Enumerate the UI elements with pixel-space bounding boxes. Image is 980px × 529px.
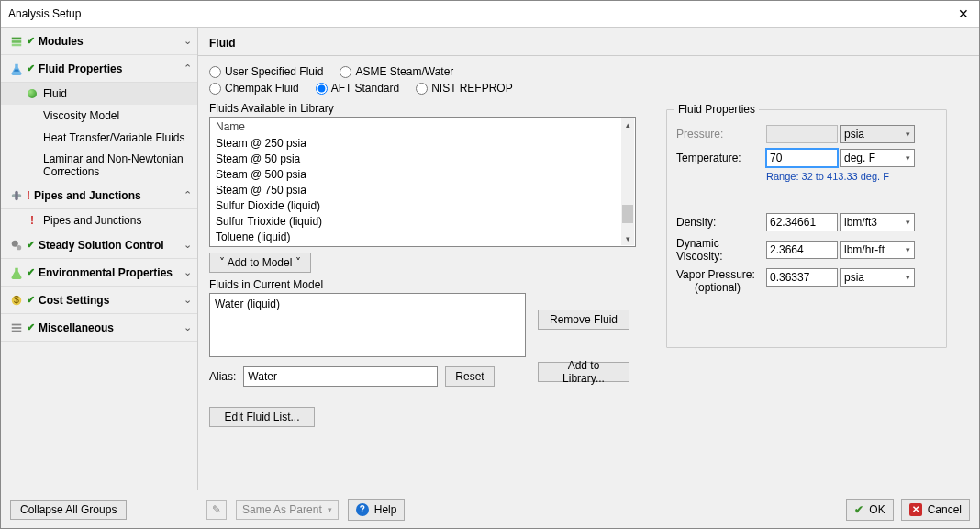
sidebar-item-label: Heat Transfer/Variable Fluids: [43, 131, 192, 144]
sidebar-label: Modules: [39, 35, 184, 48]
warning-icon: !: [27, 189, 30, 202]
density-input[interactable]: [766, 213, 838, 231]
flask-icon: [6, 62, 27, 75]
list-item[interactable]: Steam @ 250 psia: [210, 136, 621, 152]
library-listbox[interactable]: Name Steam @ 250 psia Steam @ 50 psia St…: [209, 117, 636, 247]
sidebar-header-pipes[interactable]: ! Pipes and Junctions ⌃: [1, 182, 197, 209]
sidebar-item-fluid[interactable]: Fluid: [1, 83, 197, 105]
list-item[interactable]: Steam @ 50 psia: [210, 152, 621, 167]
density-unit-select[interactable]: lbm/ft3▾: [840, 213, 915, 231]
collapse-all-button[interactable]: Collapse All Groups: [10, 500, 127, 520]
pressure-unit-select: psia▾: [840, 125, 915, 143]
list-item[interactable]: Toluene (liquid): [210, 230, 621, 245]
list-item[interactable]: Steam @ 500 psia: [210, 167, 621, 183]
radio-chempak[interactable]: Chempak Fluid: [209, 82, 299, 95]
scrollbar[interactable]: ▴ ▾: [621, 118, 634, 245]
svg-text:$: $: [14, 294, 19, 305]
scroll-thumb[interactable]: [622, 205, 633, 223]
viscosity-input[interactable]: [766, 241, 838, 259]
same-as-parent-select[interactable]: Same As Parent▾: [236, 500, 339, 520]
list-item[interactable]: Sulfur Trioxide (liquid): [210, 214, 621, 230]
sidebar-item-pipes[interactable]: ! Pipes and Junctions: [1, 209, 197, 231]
radio-asme[interactable]: ASME Steam/Water: [340, 65, 453, 78]
chevron-up-icon: ⌃: [184, 189, 192, 201]
list-item[interactable]: Water (liquid): [215, 297, 520, 311]
range-text: Range: 32 to 413.33 deg. F: [766, 171, 937, 182]
vapor-unit-select[interactable]: psia▾: [840, 268, 915, 287]
list-item[interactable]: Sulfur Dioxide (liquid): [210, 198, 621, 214]
svg-rect-4: [15, 190, 18, 200]
svg-rect-1: [12, 40, 22, 43]
cancel-button[interactable]: ✕ Cancel: [901, 499, 970, 521]
sidebar-header-fluid-properties[interactable]: ✔ Fluid Properties ⌃: [1, 55, 197, 83]
chevron-down-icon: ⌄: [184, 239, 192, 251]
sidebar-label: Pipes and Junctions: [34, 189, 184, 202]
help-button[interactable]: ? Help: [348, 499, 406, 521]
sidebar-item-laminar[interactable]: Laminar and Non-Newtonian Corrections: [1, 149, 197, 182]
ok-button[interactable]: ✔ OK: [846, 499, 893, 521]
check-icon: ✔: [27, 35, 35, 47]
panel-title: Fluid: [198, 28, 979, 56]
density-label: Density:: [676, 216, 766, 229]
scroll-down-icon[interactable]: ▾: [621, 232, 634, 245]
sidebar-label: Miscellaneous: [39, 321, 184, 334]
svg-rect-11: [12, 330, 22, 332]
chevron-down-icon: ▾: [906, 153, 910, 163]
chevron-down-icon: ⌄: [184, 266, 192, 278]
add-to-library-button[interactable]: Add to Library...: [538, 362, 629, 382]
modules-icon: [6, 35, 27, 48]
sidebar-item-heat-transfer[interactable]: Heat Transfer/Variable Fluids: [1, 127, 197, 149]
temperature-unit-select[interactable]: deg. F▾: [840, 149, 915, 167]
svg-point-6: [17, 245, 21, 250]
close-icon[interactable]: ✕: [955, 6, 972, 21]
chevron-down-icon: ⌄: [184, 35, 192, 47]
cancel-icon: ✕: [909, 503, 922, 516]
svg-point-5: [12, 240, 18, 246]
svg-rect-9: [12, 323, 22, 325]
chevron-down-icon: ▾: [906, 273, 910, 282]
pressure-input: [766, 125, 838, 143]
radio-aft-standard[interactable]: AFT Standard: [316, 82, 399, 95]
sidebar-header-modules[interactable]: ✔ Modules ⌄: [1, 28, 197, 55]
sidebar-header-environmental[interactable]: ✔ Environmental Properties ⌄: [1, 259, 197, 287]
temperature-input[interactable]: [766, 149, 838, 167]
edit-fluid-list-button[interactable]: Edit Fluid List...: [209, 407, 315, 427]
list-item[interactable]: Steam @ 750 psia: [210, 183, 621, 198]
sidebar-label: Fluid Properties: [39, 62, 184, 75]
radio-user-specified[interactable]: User Specified Fluid: [209, 65, 323, 78]
add-to-model-button[interactable]: ˅ Add to Model ˅: [209, 253, 311, 273]
chevron-down-icon: ▾: [328, 505, 332, 514]
check-icon: ✔: [27, 266, 35, 278]
sidebar-item-label: Pipes and Junctions: [43, 214, 192, 227]
help-icon: ?: [356, 503, 369, 516]
alias-input[interactable]: [243, 366, 438, 387]
reset-button[interactable]: Reset: [445, 366, 494, 387]
sidebar-item-viscosity[interactable]: Viscosity Model: [1, 105, 197, 127]
sidebar-item-label: Laminar and Non-Newtonian Corrections: [43, 152, 192, 178]
sidebar-label: Cost Settings: [39, 294, 184, 307]
sidebar-header-misc[interactable]: ✔ Miscellaneous ⌄: [1, 314, 197, 342]
vapor-label: Vapor Pressure:(optional): [676, 268, 766, 294]
gears-icon: [6, 239, 27, 252]
status-ok-icon: [25, 89, 39, 98]
check-icon: ✔: [27, 62, 35, 74]
sidebar-item-label: Fluid: [43, 87, 192, 100]
viscosity-unit-select[interactable]: lbm/hr-ft▾: [840, 241, 915, 259]
remove-fluid-button[interactable]: Remove Fluid: [538, 310, 629, 330]
same-as-parent-icon: ✎: [206, 500, 227, 520]
warning-icon: !: [25, 214, 39, 227]
sidebar-header-steady[interactable]: ✔ Steady Solution Control ⌄: [1, 231, 197, 259]
vapor-input[interactable]: [766, 268, 838, 287]
money-icon: $: [6, 294, 27, 307]
scroll-up-icon[interactable]: ▴: [621, 118, 634, 131]
radio-nist[interactable]: NIST REFPROP: [416, 82, 512, 95]
check-icon: ✔: [854, 503, 863, 516]
svg-rect-0: [12, 37, 22, 39]
check-icon: ✔: [27, 294, 35, 306]
sidebar-header-cost[interactable]: $ ✔ Cost Settings ⌄: [1, 287, 197, 314]
current-model-listbox[interactable]: Water (liquid): [209, 293, 526, 357]
check-icon: ✔: [27, 321, 35, 333]
fluid-source-radios: User Specified Fluid ASME Steam/Water Ch…: [209, 65, 540, 95]
chevron-down-icon: ▾: [906, 129, 910, 139]
fluid-properties-group: Fluid Properties Pressure: psia▾ Tempera…: [666, 109, 947, 348]
